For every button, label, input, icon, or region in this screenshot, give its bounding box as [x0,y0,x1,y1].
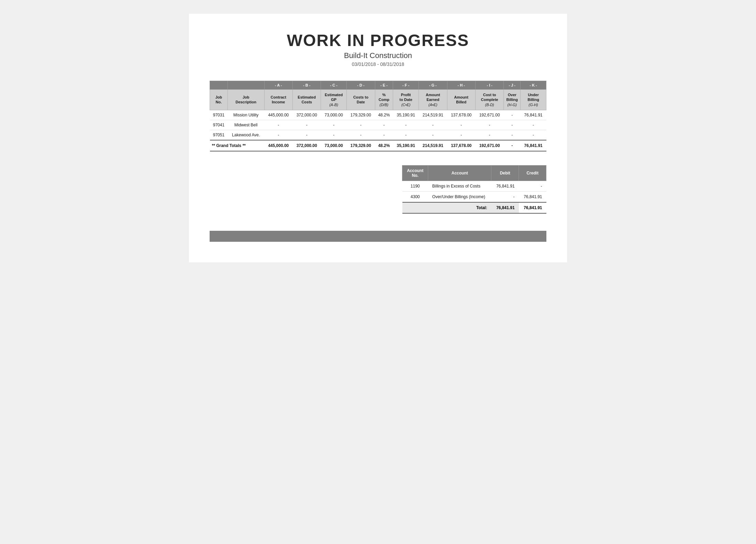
col-label-f: - F - [393,81,419,90]
est-gp: 73,000.00 [321,110,347,120]
costs-to-date: 179,329.00 [347,110,375,120]
amount-earned: - [419,130,447,140]
under-billing: - [521,120,546,130]
col-label-h: - H - [447,81,475,90]
cost-to-complete: - [475,120,503,130]
col-label-k: - K - [521,81,546,90]
col-label-b: - B - [292,81,321,90]
column-headers-row: JobNo. JobDescription ContractIncome Est… [210,90,546,110]
page: WORK IN PROGRESS Build-It Construction 0… [189,14,567,262]
total-est-costs: 372,000.00 [292,140,321,151]
profit-to-date: 35,190.91 [393,110,419,120]
col-header-est-costs: EstimatedCosts [292,90,321,110]
table-row: 97051 Lakewood Ave. - - - - - - - - - - … [210,130,546,140]
account-name: Billings in Excess of Costs [428,181,491,191]
total-pct-comp: 48.2% [375,140,393,151]
col-label-d: - D - [347,81,375,90]
account-total-credit: 76,841.91 [519,202,546,213]
col-header-amount-billed: AmountBilled [447,90,475,110]
col-label-c: - C - [321,81,347,90]
col-header-debit: Debit [491,165,519,181]
col-header-pct-comp: %Comp(D/B) [375,90,393,110]
pct-comp: 48.2% [375,110,393,120]
total-contract-income: 445,000.00 [264,140,292,151]
est-costs: - [292,120,321,130]
account-table-row: 4300 Over/Under Billings (Income) - 76,8… [402,191,546,202]
col-label-g: - G - [419,81,447,90]
profit-to-date: - [393,120,419,130]
debit-value: 76,841.91 [491,181,519,191]
total-amount-earned: 214,519.91 [419,140,447,151]
job-description: Lakewood Ave. [227,130,264,140]
table-row: 97031 Mission Utility 445,000.00 372,000… [210,110,546,120]
account-totals-row: Total: 76,841.91 76,841.91 [402,202,546,213]
account-table: AccountNo. Account Debit Credit 1190 Bil… [402,165,546,214]
account-total-debit: 76,841.91 [491,202,519,213]
under-billing: 76,841.91 [521,110,546,120]
col-label-empty-1 [210,81,228,90]
total-profit-to-date: 35,190.91 [393,140,419,151]
col-header-profit-to-date: Profitto Date(C•E) [393,90,419,110]
over-billing: - [504,130,521,140]
account-name: Over/Under Billings (Income) [428,191,491,202]
profit-to-date: - [393,130,419,140]
col-header-account-no: AccountNo. [402,165,428,181]
job-description: Midwest Bell [227,120,264,130]
col-header-under-billing: UnderBilling(G-H) [521,90,546,110]
page-title: WORK IN PROGRESS [210,31,546,50]
pct-comp: - [375,120,393,130]
contract-income: - [264,130,292,140]
table-body: 97031 Mission Utility 445,000.00 372,000… [210,110,546,140]
cost-to-complete: - [475,130,503,140]
over-billing: - [504,120,521,130]
costs-to-date: - [347,130,375,140]
debit-value: - [491,191,519,202]
costs-to-date: - [347,120,375,130]
job-description: Mission Utility [227,110,264,120]
company-name: Build-It Construction [210,51,546,60]
col-header-costs-to-date: Costs toDate [347,90,375,110]
grand-totals-label: ** Grand Totals ** [210,140,265,151]
col-header-credit: Credit [519,165,546,181]
col-label-e: - E - [375,81,393,90]
total-over-billing: - [504,140,521,151]
job-no: 97051 [210,130,228,140]
credit-value: 76,841.91 [519,191,546,202]
col-header-amount-earned: AmountEarned(A•E) [419,90,447,110]
date-range: 03/01/2018 - 08/31/2018 [210,61,546,67]
total-costs-to-date: 179,329.00 [347,140,375,151]
main-table: - A - - B - - C - - D - - E - - F - - G … [210,81,546,151]
account-table-footer: Total: 76,841.91 76,841.91 [402,202,546,213]
header: WORK IN PROGRESS Build-It Construction 0… [210,31,546,67]
pct-comp: - [375,130,393,140]
col-header-over-billing: OverBilling(H-G) [504,90,521,110]
est-costs: 372,000.00 [292,110,321,120]
under-billing: - [521,130,546,140]
footer-bar [210,231,546,242]
amount-billed: 137,678.00 [447,110,475,120]
col-header-contract-income: ContractIncome [264,90,292,110]
total-amount-billed: 137,678.00 [447,140,475,151]
est-costs: - [292,130,321,140]
job-no: 97041 [210,120,228,130]
col-header-account: Account [428,165,491,181]
amount-billed: - [447,120,475,130]
account-no: 4300 [402,191,428,202]
col-header-job-no: JobNo. [210,90,228,110]
col-header-est-gp: EstimatedGP(A-B) [321,90,347,110]
job-no: 97031 [210,110,228,120]
table-footer: ** Grand Totals ** 445,000.00 372,000.00… [210,140,546,151]
col-label-i: - I - [475,81,503,90]
account-table-row: 1190 Billings in Excess of Costs 76,841.… [402,181,546,191]
table-row: 97041 Midwest Bell - - - - - - - - - - - [210,120,546,130]
col-label-a: - A - [264,81,292,90]
amount-earned: 214,519.91 [419,110,447,120]
cost-to-complete: 192,671.00 [475,110,503,120]
total-under-billing: 76,841.91 [521,140,546,151]
account-total-label: Total: [402,202,491,213]
amount-earned: - [419,120,447,130]
total-est-gp: 73,000.00 [321,140,347,151]
col-label-j: - J - [504,81,521,90]
bottom-section: AccountNo. Account Debit Credit 1190 Bil… [210,165,546,214]
amount-billed: - [447,130,475,140]
